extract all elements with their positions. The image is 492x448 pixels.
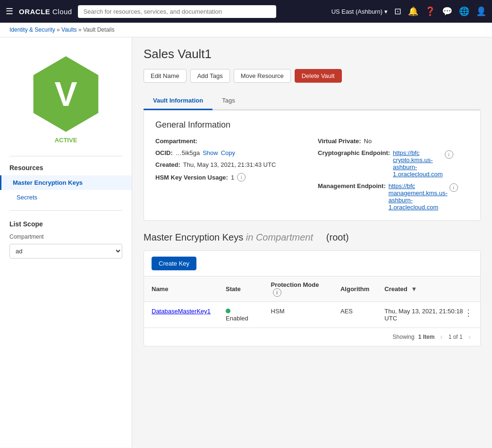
table-footer: Showing 1 Item ‹ 1 of 1 › (144, 327, 480, 346)
tab-tags[interactable]: Tags (212, 92, 244, 110)
showing-label: Showing (393, 334, 415, 340)
pagination-prev-button[interactable]: ‹ (438, 333, 444, 341)
mek-title-suffix: (root) (326, 232, 349, 242)
sidebar: V ACTIVE Resources Master Encryption Key… (0, 37, 132, 448)
main-content: Sales Vault1 Edit Name Add Tags Move Res… (132, 37, 492, 448)
compartment-label: Compartment (0, 232, 132, 242)
col-algorithm: Algorithm (333, 276, 377, 302)
table-row: DatabaseMasterKey1 Enabled HSM AES Thu, … (144, 302, 480, 328)
protection-mode-info-icon[interactable]: i (273, 288, 281, 297)
user-icon[interactable]: 👤 (476, 6, 486, 17)
topnav-icons: ⊡ 🔔 ❓ 💬 🌐 👤 (394, 6, 486, 17)
chevron-down-icon: ▾ (384, 8, 388, 15)
sort-icon[interactable]: ▼ (411, 285, 417, 293)
virtual-private-row: Virtual Private: No (318, 138, 469, 145)
add-tags-button[interactable]: Add Tags (190, 69, 230, 83)
mgmt-endpoint-label: Management Endpoint: (318, 182, 386, 190)
mgmt-endpoint-info-icon[interactable]: i (450, 183, 458, 192)
notifications-icon[interactable]: 🔔 (408, 6, 418, 17)
region-selector[interactable]: US East (Ashburn) ▾ (331, 8, 388, 15)
pagination-next-button[interactable]: › (467, 333, 473, 341)
mek-table-container: Create Key Name State Protection Mode i … (144, 250, 481, 346)
vault-info-panel: General Information Compartment: OCID: …… (144, 110, 481, 221)
crypto-endpoint-link[interactable]: https://bfccrypto.kms.us-ashburn-1.oracl… (393, 149, 443, 178)
vault-icon-container: V ACTIVE (0, 47, 132, 148)
search-input[interactable] (78, 5, 276, 18)
created-label: Created: (155, 161, 180, 168)
mgmt-endpoint-row: Management Endpoint: https://bfcmanageme… (318, 182, 469, 211)
list-scope-title: List Scope (0, 216, 132, 232)
vault-hexagon-icon: V (28, 56, 104, 132)
row-created: Thu, May 13, 2021, 21:50:18 UTC ⋮ (377, 302, 480, 327)
col-state: State (218, 276, 263, 302)
mek-title: Master Encryption Keys in Compartment (r… (144, 232, 481, 243)
row-actions-menu[interactable]: ⋮ (464, 308, 473, 318)
breadcrumb-vault-details: Vault Details (83, 26, 114, 33)
created-row: Created: Thu, May 13, 2021, 21:31:43 UTC (155, 161, 306, 168)
ocid-value: …5ik5ga (176, 149, 200, 156)
oracle-logo: ORACLE Cloud (19, 8, 72, 16)
col-created: Created ▼ (377, 276, 480, 302)
delete-vault-button[interactable]: Delete Vault (295, 69, 342, 83)
breadcrumb-identity-security[interactable]: Identity & Security (9, 26, 55, 33)
breadcrumb-vaults[interactable]: Vaults (61, 26, 76, 33)
created-date-value: Thu, May 13, 2021, 21:50:18 UTC (384, 308, 464, 322)
resources-section-title: Resources (0, 164, 132, 175)
hsm-info-icon[interactable]: i (237, 173, 246, 181)
col-name: Name (144, 276, 218, 302)
action-buttons: Edit Name Add Tags Move Resource Delete … (144, 69, 481, 83)
col-protection-mode: Protection Mode i (263, 276, 333, 302)
feedback-icon[interactable]: 💬 (442, 6, 452, 17)
language-icon[interactable]: 🌐 (459, 6, 469, 17)
row-algorithm: AES (333, 302, 377, 328)
ocid-show-link[interactable]: Show (203, 149, 218, 156)
ocid-row: OCID: …5ik5ga Show Copy (155, 149, 306, 156)
compartment-select[interactable]: ad (9, 244, 122, 258)
move-resource-button[interactable]: Move Resource (234, 69, 291, 83)
breadcrumb: Identity & Security » Vaults » Vault Det… (0, 23, 492, 37)
row-protection-mode: HSM (263, 302, 333, 328)
mek-title-prefix: Master Encryption Keys (144, 232, 243, 242)
general-info-title: General Information (155, 120, 469, 130)
ocid-copy-link[interactable]: Copy (221, 149, 235, 156)
mgmt-endpoint-link[interactable]: https://bfcmanagement.kms.us-ashburn-1.o… (389, 182, 448, 211)
info-left: Compartment: OCID: …5ik5ga Show Copy (155, 138, 306, 211)
vault-tabs: Vault Information Tags (144, 92, 481, 110)
main-layout: V ACTIVE Resources Master Encryption Key… (0, 37, 492, 448)
compartment-label-text: Compartment: (155, 138, 197, 145)
mek-title-compartment: Compartment (256, 232, 313, 242)
table-header-row: Name State Protection Mode i Algorithm C… (144, 276, 480, 302)
top-navigation: ☰ ORACLE Cloud US East (Ashburn) ▾ ⊡ 🔔 ❓… (0, 0, 492, 23)
topnav-right: US East (Ashburn) ▾ ⊡ 🔔 ❓ 💬 🌐 👤 (331, 6, 486, 17)
edit-name-button[interactable]: Edit Name (144, 69, 187, 83)
vault-title: Sales Vault1 (144, 47, 481, 61)
vault-status-badge: ACTIVE (55, 137, 77, 144)
mek-title-italic: in (246, 232, 256, 242)
item-count: 1 Item (418, 334, 435, 340)
key-name-link[interactable]: DatabaseMasterKey1 (152, 308, 211, 315)
row-name: DatabaseMasterKey1 (144, 302, 218, 328)
created-value: Thu, May 13, 2021, 21:31:43 UTC (183, 161, 276, 168)
tab-vault-information[interactable]: Vault Information (144, 92, 212, 110)
mek-section: Master Encryption Keys in Compartment (r… (144, 232, 481, 346)
virtual-private-label: Virtual Private: (318, 138, 361, 145)
hamburger-icon[interactable]: ☰ (6, 6, 13, 17)
state-label: Enabled (226, 315, 248, 322)
create-key-button[interactable]: Create Key (152, 257, 196, 270)
row-state: Enabled (218, 302, 263, 328)
ocid-label: OCID: (155, 149, 173, 156)
state-dot-icon (226, 309, 230, 313)
virtual-private-value: No (364, 138, 372, 145)
cloud-shell-icon[interactable]: ⊡ (394, 6, 401, 17)
mek-table: Name State Protection Mode i Algorithm C… (144, 276, 480, 327)
crypto-endpoint-info-icon[interactable]: i (445, 150, 453, 159)
crypto-endpoint-row: Cryptographic Endpoint: https://bfccrypt… (318, 149, 469, 178)
compartment-row: Compartment: (155, 138, 306, 145)
hsm-row: HSM Key Version Usage: 1 i (155, 173, 306, 181)
page-info: 1 of 1 (449, 334, 463, 340)
sidebar-item-master-encryption-keys[interactable]: Master Encryption Keys (0, 175, 132, 190)
sidebar-item-secrets[interactable]: Secrets (0, 190, 132, 205)
hsm-label: HSM Key Version Usage: (155, 174, 228, 181)
info-right: Virtual Private: No Cryptographic Endpoi… (318, 138, 469, 211)
help-icon[interactable]: ❓ (425, 6, 435, 17)
